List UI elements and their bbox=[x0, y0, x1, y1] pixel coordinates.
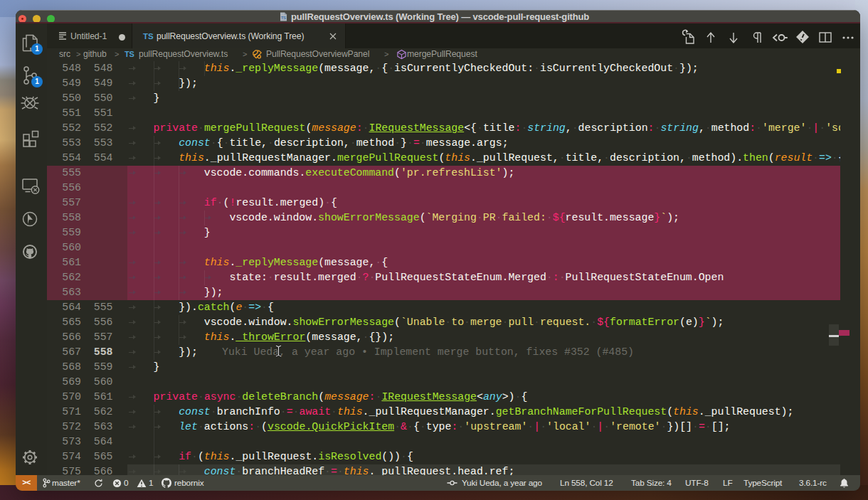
svg-text:TS: TS bbox=[281, 16, 286, 20]
